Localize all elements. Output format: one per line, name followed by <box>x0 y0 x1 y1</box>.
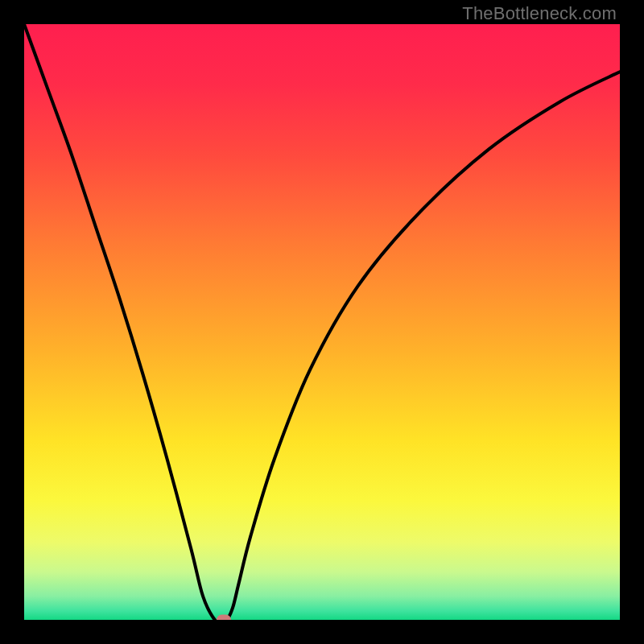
optimal-point-marker <box>217 615 231 621</box>
watermark-text: TheBottleneck.com <box>462 3 617 24</box>
plot-area <box>24 24 620 620</box>
chart-frame: TheBottleneck.com <box>0 0 644 644</box>
background-gradient <box>24 24 620 620</box>
svg-rect-0 <box>24 24 620 620</box>
